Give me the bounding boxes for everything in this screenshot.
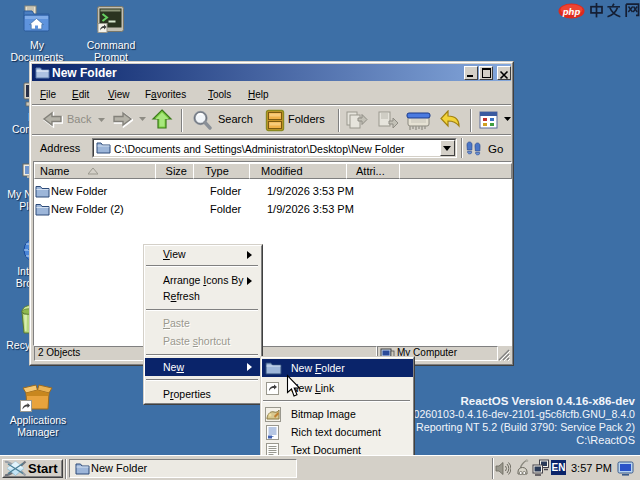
svg-text:php: php xyxy=(562,6,581,17)
